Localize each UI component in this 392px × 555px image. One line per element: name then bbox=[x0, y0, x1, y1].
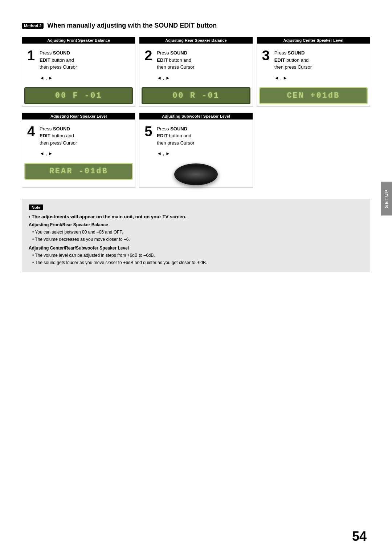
step-4-arrows: ◄ , ► bbox=[27, 151, 130, 156]
step-4-label: Adjusting Rear Speaker Level bbox=[22, 113, 135, 119]
page-content: Method 2 When manually adjusting with th… bbox=[0, 0, 392, 287]
step-3-number-row: 3 Press SOUND EDIT button and then press… bbox=[262, 49, 365, 71]
step-4-number: 4 bbox=[27, 125, 37, 138]
step-3-label: Adjusting Center Speaker Level bbox=[257, 37, 370, 44]
step-3-content: 3 Press SOUND EDIT button and then press… bbox=[257, 44, 370, 84]
note-item-1-1: The volume decreases as you move closer … bbox=[32, 236, 363, 243]
empty-col bbox=[257, 113, 370, 188]
step-2-edit: EDIT bbox=[157, 57, 168, 63]
step-1-arrows: ◄ , ► bbox=[27, 75, 130, 81]
step-3-sound: SOUND bbox=[288, 50, 305, 56]
step-4-lcd: REAR -01dB bbox=[24, 163, 133, 180]
step-box-1: Adjusting Front Speaker Balance 1 Press … bbox=[22, 37, 135, 107]
step-2-number-row: 2 Press SOUND EDIT button and then press… bbox=[144, 49, 247, 71]
step-5-sound: SOUND bbox=[170, 126, 187, 131]
step-2-arrows: ◄ , ► bbox=[144, 75, 247, 81]
step-box-5: Adjusting Subwoofer Speaker Level 5 Pres… bbox=[139, 113, 253, 188]
step-box-3: Adjusting Center Speaker Level 3 Press S… bbox=[257, 37, 370, 107]
step-1-number-row: 1 Press SOUND EDIT button and then press… bbox=[27, 49, 130, 71]
step-box-4: Adjusting Rear Speaker Level 4 Press SOU… bbox=[22, 113, 135, 188]
method-title: When manually adjusting with the SOUND E… bbox=[47, 22, 217, 29]
setup-tab: SETUP bbox=[381, 182, 392, 215]
step-5-text: Press SOUND EDIT button and then press C… bbox=[157, 125, 194, 147]
step-3-number: 3 bbox=[262, 49, 272, 62]
page-number: 54 bbox=[352, 529, 367, 544]
note-main-bold: • The adjustments will appear on the mai… bbox=[29, 214, 363, 219]
step-2-lcd: 00 R -01 bbox=[142, 87, 250, 104]
step-1-sound: SOUND bbox=[53, 50, 70, 56]
step-3-edit: EDIT bbox=[274, 57, 285, 63]
step-2-label: Adjusting Rear Speaker Balance bbox=[139, 37, 252, 44]
step-1-number: 1 bbox=[27, 49, 37, 62]
step-1-text: Press SOUND EDIT button and then press C… bbox=[40, 49, 77, 71]
step-3-lcd: CEN +01dB bbox=[259, 87, 368, 104]
method-badge: Method 2 bbox=[22, 23, 44, 29]
step-5-number-row: 5 Press SOUND EDIT button and then press… bbox=[144, 125, 247, 147]
note-subtitle-1: Adjusting Front/Rear Speaker Balance bbox=[29, 222, 363, 227]
steps-grid-top: Adjusting Front Speaker Balance 1 Press … bbox=[22, 37, 370, 107]
step-1-lcd: 00 F -01 bbox=[24, 87, 133, 104]
step-2-content: 2 Press SOUND EDIT button and then press… bbox=[139, 44, 252, 84]
step-4-number-row: 4 Press SOUND EDIT button and then press… bbox=[27, 125, 130, 147]
step-4-sound: SOUND bbox=[53, 126, 70, 131]
step-1-label: Adjusting Front Speaker Balance bbox=[22, 37, 135, 44]
subwoofer-image bbox=[174, 163, 218, 185]
step-5-number: 5 bbox=[144, 125, 155, 138]
step-4-edit: EDIT bbox=[40, 133, 50, 138]
steps-grid-bottom: Adjusting Rear Speaker Level 4 Press SOU… bbox=[22, 113, 370, 188]
step-box-2: Adjusting Rear Speaker Balance 2 Press S… bbox=[139, 37, 253, 107]
step-1-content: 1 Press SOUND EDIT button and then press… bbox=[22, 44, 135, 84]
step-2-sound: SOUND bbox=[170, 50, 187, 56]
note-subtitle-2: Adjusting Center/Rear/Subwoofer Speaker … bbox=[29, 246, 363, 251]
note-title: Note bbox=[29, 204, 43, 210]
note-main-bold-text: The adjustments will appear on the main … bbox=[32, 214, 186, 219]
method-header: Method 2 When manually adjusting with th… bbox=[22, 22, 370, 29]
note-section: Note • The adjustments will appear on th… bbox=[22, 199, 370, 272]
step-2-text: Press SOUND EDIT button and then press C… bbox=[157, 49, 194, 71]
step-1-edit: EDIT bbox=[40, 57, 50, 63]
note-item-1-0: You can select between 00 and –06 and OF… bbox=[32, 229, 363, 235]
step-5-content: 5 Press SOUND EDIT button and then press… bbox=[139, 119, 252, 160]
step-4-content: 4 Press SOUND EDIT button and then press… bbox=[22, 119, 135, 160]
step-5-edit: EDIT bbox=[157, 133, 168, 138]
note-item-2-1: The sound gets louder as you move closer… bbox=[32, 259, 363, 266]
step-5-arrows: ◄ , ► bbox=[144, 151, 247, 156]
step-2-number: 2 bbox=[144, 49, 155, 62]
step-3-text: Press SOUND EDIT button and then press C… bbox=[274, 49, 312, 71]
note-item-2-0: The volume level can be adjusted in step… bbox=[32, 252, 363, 259]
step-4-text: Press SOUND EDIT button and then press C… bbox=[40, 125, 77, 147]
step-5-label: Adjusting Subwoofer Speaker Level bbox=[139, 113, 252, 119]
step-3-arrows: ◄ , ► bbox=[262, 75, 365, 81]
